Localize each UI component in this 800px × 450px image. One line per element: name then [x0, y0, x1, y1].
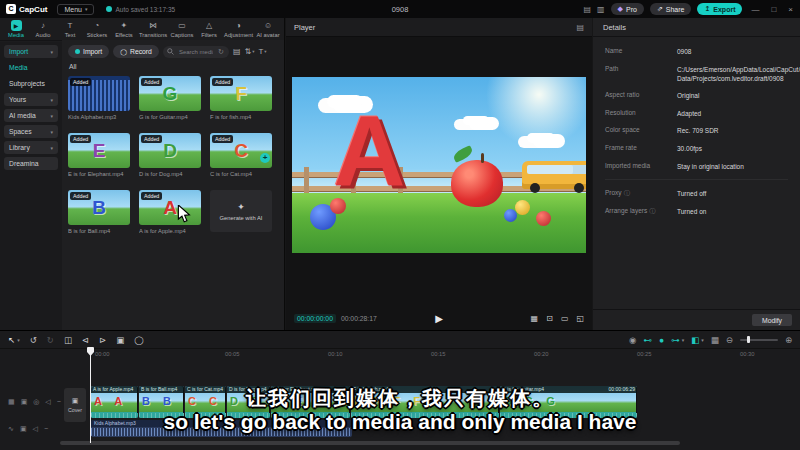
export-icon: ↥	[704, 5, 710, 13]
sidebar-item[interactable]: Import ▾	[4, 45, 58, 58]
search-box[interactable]: ↻	[163, 46, 229, 58]
detail-label: Imported media	[605, 162, 677, 171]
zoom-slider[interactable]	[740, 339, 778, 341]
timeline-tool-icon[interactable]: ⊳	[99, 335, 106, 345]
maximize-button[interactable]: □	[768, 5, 779, 14]
autosave-icon	[106, 6, 112, 12]
timeline-tool-icon[interactable]: ◫	[64, 335, 72, 345]
play-button[interactable]: ▶	[435, 313, 443, 324]
letter-a-3d: A	[333, 91, 405, 211]
zoom-slider-handle[interactable]	[747, 336, 750, 343]
ribbon-tab[interactable]: ☺ AI avatar	[256, 20, 280, 38]
detail-value: Original	[677, 91, 788, 100]
pro-button[interactable]: ◆ Pro	[611, 3, 644, 15]
timeline-tool-icon[interactable]: ⊲	[82, 335, 89, 345]
add-to-timeline-button[interactable]: +	[260, 153, 270, 163]
timeline-tool-icon[interactable]: ↻	[47, 335, 54, 345]
menu-label: Menu	[64, 6, 82, 13]
export-button[interactable]: ↥ Export	[697, 3, 742, 15]
minimize-button[interactable]: —	[748, 5, 762, 14]
ribbon-tab[interactable]: ✦ Effects	[112, 20, 136, 38]
import-button[interactable]: Import	[68, 45, 109, 58]
media-tile[interactable]: C Added + C is for Cat.mp4	[210, 133, 272, 177]
search-input[interactable]	[177, 48, 215, 56]
ribbon-tab[interactable]: △ Filters	[197, 20, 221, 38]
ribbon-tab[interactable]: ◔ Stickers	[85, 20, 109, 38]
sidebar-item-label: Subprojects	[9, 80, 45, 87]
ribbon-tab[interactable]: ◑ Adjustment	[224, 20, 253, 38]
sidebar-item[interactable]: Dreamina	[4, 157, 58, 170]
share-button[interactable]: ⇗ Share	[650, 3, 692, 15]
timeline-toolbar: ↖▾ ↺ ↻ ◫ ⊲ ⊳ ▣ ◯	[0, 331, 800, 349]
capture-icon[interactable]: ▦	[531, 314, 539, 323]
timeline-option-icon[interactable]: ●	[659, 335, 664, 345]
close-button[interactable]: ×	[785, 5, 796, 14]
timeline-option-icon[interactable]: ⊖	[726, 335, 733, 345]
record-icon: ◯	[120, 48, 127, 55]
video-preview: A	[292, 77, 586, 253]
horizontal-scrollbar[interactable]	[60, 441, 680, 445]
ribbon-tab[interactable]: ▶ Media	[4, 20, 28, 38]
ribbon-tab-icon: ◔	[91, 20, 102, 31]
tool-glyph: ▣	[116, 335, 124, 345]
school-bus	[522, 161, 586, 189]
sidebar-item[interactable]: Media	[4, 61, 58, 74]
ribbon-tab[interactable]: ⋈ Transitions	[139, 20, 167, 38]
media-thumbnail: G Added	[139, 76, 201, 111]
ribbon-tab[interactable]: T Text	[58, 20, 82, 38]
sidebar-item[interactable]: Yours ▾	[4, 93, 58, 106]
sidebar-item[interactable]: Library ▾	[4, 141, 58, 154]
sort-icon[interactable]: ⇅▾	[244, 47, 254, 56]
record-button[interactable]: ◯ Record	[113, 45, 159, 58]
zoom-fit-icon[interactable]: ⊡	[546, 314, 553, 323]
media-tile[interactable]: F Added F is for fish.mp4	[210, 76, 272, 120]
modify-button[interactable]: Modify	[752, 314, 792, 326]
layout-icon[interactable]: ▤	[583, 5, 591, 14]
sparkle-icon: ✦	[237, 202, 245, 212]
media-tile[interactable]: E Added E is for Elephant.mp4	[68, 133, 130, 177]
zoom-in-icon[interactable]: ⊕	[785, 335, 792, 345]
timeline-option-icon[interactable]: ◧▾	[691, 335, 704, 345]
timeline-tool-icon[interactable]: ◯	[134, 335, 144, 345]
sidebar-item[interactable]: Spaces ▾	[4, 125, 58, 138]
added-badge: Added	[212, 135, 233, 143]
media-tile[interactable]: ✦ Generate with AI	[210, 190, 272, 234]
diamond-icon: ◆	[618, 5, 623, 13]
media-tile[interactable]: Added Kids Alphabet.mp3	[68, 76, 130, 120]
media-thumbnail: D Added	[139, 133, 201, 168]
media-tile[interactable]: B Added B is for Ball.mp4	[68, 190, 130, 234]
view-toggle-icon[interactable]: ▤	[233, 47, 241, 56]
timeline-option-icon[interactable]: ◉	[629, 335, 636, 345]
ratio-icon[interactable]: ▭	[561, 314, 569, 323]
menu-button[interactable]: Menu ▾	[57, 4, 94, 15]
panel-toggle-icon[interactable]: ▥	[597, 5, 605, 14]
ribbon-tab[interactable]: ♪ Audio	[31, 20, 55, 38]
media-tile[interactable]: G Added G is for Guitar.mp4	[139, 76, 201, 120]
current-time: 00:00:00:00	[294, 314, 336, 323]
fullscreen-icon[interactable]: ◱	[576, 314, 584, 323]
player-controls: 00:00:00:00 00:00:28:17 ▶ ▦ ⊡ ▭ ◱	[286, 306, 592, 330]
filter-type-icon[interactable]: T▾	[258, 47, 266, 56]
player-header: Player ▤	[286, 18, 592, 37]
timeline-option-icon[interactable]: ⊶▾	[671, 335, 684, 345]
sidebar-item[interactable]: Subprojects	[4, 77, 58, 90]
info-icon[interactable]: ⓘ	[649, 208, 655, 214]
detail-label: Arrange layersⓘ	[605, 207, 677, 216]
timeline-tool-icon[interactable]: ▣	[116, 335, 124, 345]
ball-red-right	[536, 211, 551, 226]
media-thumbnail: F Added	[210, 76, 272, 111]
timeline-option-icon[interactable]: ⊷	[644, 335, 653, 345]
chevron-down-icon: ▾	[701, 337, 704, 343]
sidebar-item[interactable]: AI media ▾	[4, 109, 58, 122]
timeline-option-icon[interactable]: ▦	[711, 335, 719, 345]
media-tile[interactable]: D Added D is for Dog.mp4	[139, 133, 201, 177]
media-tile[interactable]: A Added A is for Apple.mp4	[139, 190, 201, 234]
player-options-icon[interactable]: ▤	[576, 23, 584, 32]
timeline-tool-icon[interactable]: ↖▾	[8, 335, 20, 345]
timeline-ruler[interactable]: 00:00 00:05 00:10 00:15 00:20 00:25 00:3…	[0, 348, 800, 361]
all-filter-label[interactable]: All	[69, 63, 284, 70]
refresh-icon[interactable]: ↻	[218, 48, 224, 56]
ribbon-tab[interactable]: ▭ Captions	[170, 20, 194, 38]
timeline-tool-icon[interactable]: ↺	[30, 335, 37, 345]
info-icon[interactable]: ⓘ	[624, 190, 630, 196]
